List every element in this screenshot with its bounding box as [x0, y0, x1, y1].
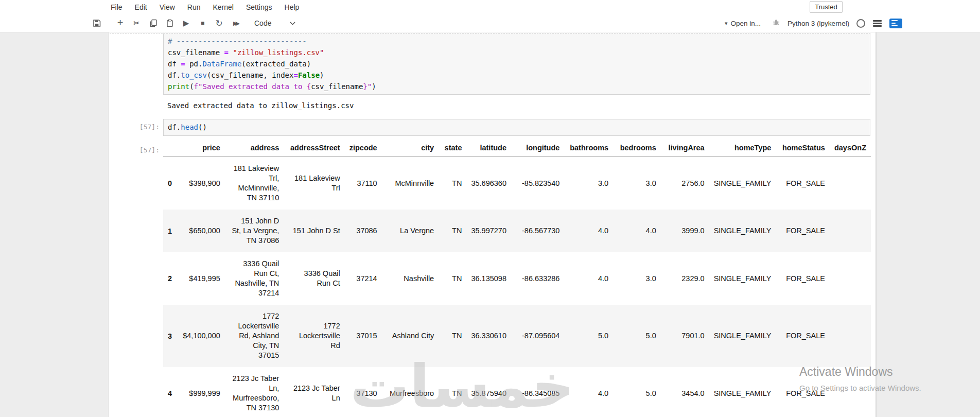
cell-livingArea: 3999.0 — [661, 210, 709, 252]
cell-latitude: 36.330610 — [466, 305, 511, 367]
input-prompt: [57]: — [108, 123, 160, 131]
cell-state: TN — [439, 252, 466, 305]
table-row: 2$419,9953336 Quail Run Ct, Nashville, T… — [163, 252, 871, 305]
cell-daysOnZ — [830, 367, 871, 417]
cell-homeStatus: FOR_SALE — [776, 252, 829, 305]
table-row: 1$650,000151 John D St, La Vergne, TN 37… — [163, 210, 871, 252]
dataframe-table: priceaddressaddressStreetzipcodecitystat… — [163, 139, 871, 417]
right-margin — [876, 32, 980, 417]
panel-settings-icon[interactable] — [889, 19, 902, 28]
cell-price: $398,900 — [177, 157, 225, 210]
menu-bar: File Edit View Run Kernel Settings Help … — [0, 0, 980, 15]
cell-address: 3336 Quail Run Ct, Nashville, TN 37214 — [225, 252, 284, 305]
cell-bedrooms: 3.0 — [613, 157, 661, 210]
cell-city: La Vergne — [382, 210, 439, 252]
cell-bathrooms: 4.0 — [564, 210, 613, 252]
cell-daysOnZ — [830, 210, 871, 252]
menu-view[interactable]: View — [153, 1, 181, 14]
cell-zipcode: 37130 — [345, 367, 382, 417]
table-row: 3$4,100,0001772 Lockertsville Rd, Ashlan… — [163, 305, 871, 367]
cell-addressStreet: 3336 Quail Run Ct — [284, 252, 344, 305]
cell-longitude: -87.095604 — [511, 305, 564, 367]
cell-state: TN — [439, 157, 466, 210]
index-column-header — [163, 139, 177, 157]
cell-daysOnZ — [830, 157, 871, 210]
menu-run[interactable]: Run — [181, 1, 207, 14]
cell-longitude: -86.633286 — [511, 252, 564, 305]
column-header-longitude: longitude — [511, 139, 564, 157]
row-index: 3 — [163, 305, 177, 367]
copy-cells-icon[interactable] — [148, 19, 158, 28]
code-editor[interactable]: df.head() — [163, 119, 870, 136]
output-prompt: [57]: — [108, 146, 160, 154]
caret-down-icon[interactable]: ▾ — [725, 20, 728, 27]
cell-homeType: SINGLE_FAMILY — [709, 157, 776, 210]
paste-cells-icon[interactable] — [165, 19, 174, 28]
cell-homeType: SINGLE_FAMILY — [709, 210, 776, 252]
toolbar-left-group: + ✂ ▶ ■ ↻ ▶▶ Code — [92, 19, 304, 28]
add-cell-icon[interactable]: + — [115, 18, 125, 28]
cell-bedrooms: 4.0 — [613, 210, 661, 252]
cell-latitude: 35.696360 — [466, 157, 511, 210]
run-cell-icon[interactable]: ▶ — [181, 19, 191, 28]
kernel-status-icon[interactable] — [856, 19, 865, 28]
save-icon[interactable] — [92, 19, 101, 28]
menu-help[interactable]: Help — [278, 1, 306, 14]
cell-output-text: Saved extracted data to zillow_listings.… — [167, 100, 354, 111]
cell-daysOnZ — [830, 305, 871, 367]
row-index: 1 — [163, 210, 177, 252]
column-header-latitude: latitude — [466, 139, 511, 157]
cell-state: TN — [439, 367, 466, 417]
cell-livingArea: 2329.0 — [661, 252, 709, 305]
cell-bedrooms: 5.0 — [613, 305, 661, 367]
cell-homeStatus: FOR_SALE — [776, 210, 829, 252]
stop-kernel-icon[interactable]: ■ — [198, 19, 207, 28]
cell-zipcode: 37110 — [345, 157, 382, 210]
chevron-down-icon[interactable] — [288, 19, 297, 28]
cell-city: McMinnville — [382, 157, 439, 210]
menu-edit[interactable]: Edit — [129, 1, 153, 14]
run-all-cells-icon[interactable]: ▶▶ — [231, 19, 240, 28]
dataframe-output-scroll-area[interactable]: priceaddressaddressStreetzipcodecitystat… — [163, 139, 871, 417]
cell-latitude: 35.997270 — [466, 210, 511, 252]
jupyter-notebook-window: File Edit View Run Kernel Settings Help … — [0, 0, 980, 417]
cell-homeType: SINGLE_FAMILY — [709, 305, 776, 367]
column-header-bedrooms: bedrooms — [613, 139, 661, 157]
cell-type-dropdown[interactable]: Code — [254, 19, 271, 27]
cell-homeStatus: FOR_SALE — [776, 305, 829, 367]
table-header-row: priceaddressaddressStreetzipcodecitystat… — [163, 139, 871, 157]
restart-kernel-icon[interactable]: ↻ — [214, 19, 224, 28]
cut-cells-icon[interactable]: ✂ — [132, 19, 142, 28]
cell-livingArea: 3454.0 — [661, 367, 709, 417]
menu-settings[interactable]: Settings — [240, 1, 278, 14]
cell-city: Nashville — [382, 252, 439, 305]
cell-zipcode: 37086 — [345, 210, 382, 252]
cell-longitude: -86.345085 — [511, 367, 564, 417]
menu-file[interactable]: File — [104, 1, 129, 14]
cell-price: $650,000 — [177, 210, 225, 252]
cell-longitude: -86.567730 — [511, 210, 564, 252]
menu-bars-icon[interactable] — [873, 20, 882, 27]
cell-latitude: 35.875940 — [466, 367, 511, 417]
column-header-livingArea: livingArea — [661, 139, 709, 157]
bug-icon[interactable] — [772, 18, 780, 28]
menu-kernel[interactable]: Kernel — [206, 1, 239, 14]
cell-bathrooms: 4.0 — [564, 252, 613, 305]
cell-price: $419,995 — [177, 252, 225, 305]
row-index: 0 — [163, 157, 177, 210]
cell-livingArea: 2756.0 — [661, 157, 709, 210]
notebook-toolbar: + ✂ ▶ ■ ↻ ▶▶ Code ▾ Open in... Python 3 … — [0, 14, 980, 32]
cell-longitude: -85.823540 — [511, 157, 564, 210]
cell-address: 181 Lakeview Trl, McMinnville, TN 37110 — [225, 157, 284, 210]
cell-city: Murfreesboro — [382, 367, 439, 417]
cell-daysOnZ — [830, 252, 871, 305]
toolbar-right-group: ▾ Open in... Python 3 (ipykernel) — [725, 14, 902, 32]
kernel-name-button[interactable]: Python 3 (ipykernel) — [787, 20, 849, 27]
code-editor[interactable]: # ------------------------------csv_file… — [163, 33, 870, 95]
cell-addressStreet: 181 Lakeview Trl — [284, 157, 344, 210]
open-in-button[interactable]: Open in... — [731, 20, 761, 27]
table-row: 0$398,900181 Lakeview Trl, McMinnville, … — [163, 157, 871, 210]
trusted-button[interactable]: Trusted — [810, 1, 843, 13]
column-header-zipcode: zipcode — [345, 139, 382, 157]
cell-homeType: SINGLE_FAMILY — [709, 252, 776, 305]
